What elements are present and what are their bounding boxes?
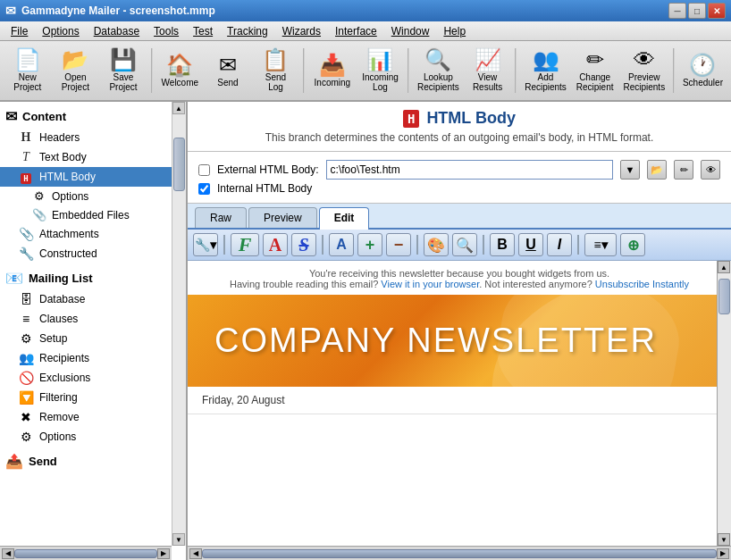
unsubscribe-link[interactable]: Unsubscribe Instantly <box>595 279 689 289</box>
view-results-button[interactable]: 📈 ViewResults <box>466 45 510 96</box>
menu-test[interactable]: Test <box>186 23 220 39</box>
tab-raw[interactable]: Raw <box>195 207 247 228</box>
sidebar-section-content: ✉ Content <box>0 105 186 128</box>
send-button[interactable]: ✉ Send <box>206 45 250 96</box>
preview-recipients-button[interactable]: 👁 PreviewRecipients <box>620 45 668 96</box>
preview-area[interactable]: You're receiving this newsletter because… <box>188 261 731 546</box>
browse-dropdown-button[interactable]: ▼ <box>620 160 640 180</box>
send-log-button[interactable]: 📋 SendLog <box>254 45 298 96</box>
internal-html-checkbox[interactable] <box>198 183 210 195</box>
maximize-button[interactable]: □ <box>688 3 706 19</box>
lookup-recipients-button[interactable]: 🔍 LookupRecipients <box>415 45 462 96</box>
sidebar-vertical-scrollbar[interactable]: ▲ ▼ <box>172 102 186 546</box>
sidebar-item-text-body[interactable]: T Text Body <box>0 147 186 167</box>
add-recipients-button[interactable]: 👥 AddRecipients <box>522 45 569 96</box>
scheduler-label: Scheduler <box>683 78 723 88</box>
underline-button[interactable]: U <box>518 233 543 256</box>
embedded-files-label: Embedded Files <box>52 209 130 221</box>
vscroll-down[interactable]: ▼ <box>718 533 730 546</box>
sidebar-item-html-body[interactable]: H HTML Body <box>0 167 186 187</box>
preview-date-row: Friday, 20 August <box>188 387 731 414</box>
sidebar-scroll-thumb[interactable] <box>173 138 185 191</box>
sidebar-inner: ✉ Content H Headers T Text Body H HTML B… <box>0 102 186 476</box>
sidebar-scroll-up[interactable]: ▲ <box>172 102 185 114</box>
sidebar-item-database[interactable]: 🗄 Database <box>0 289 186 309</box>
filtering-icon: 🔽 <box>18 390 34 405</box>
scheduler-button[interactable]: 🕐 Scheduler <box>680 45 726 96</box>
menu-tools[interactable]: Tools <box>147 23 186 39</box>
vscroll-thumb[interactable] <box>718 279 730 314</box>
content-horizontal-scrollbar[interactable]: ◀ ▶ <box>188 546 731 560</box>
menu-options[interactable]: Options <box>35 23 86 39</box>
hscroll-right[interactable]: ▶ <box>157 548 170 559</box>
new-project-button[interactable]: 📄 NewProject <box>5 45 50 96</box>
browse-button-2[interactable]: ✏ <box>674 160 693 180</box>
sidebar-item-setup[interactable]: ⚙ Setup <box>0 329 186 348</box>
sidebar-item-remove[interactable]: ✖ Remove <box>0 407 186 427</box>
constructed-icon: 🔧 <box>18 247 34 261</box>
magnify-button[interactable]: 🔍 <box>452 233 477 256</box>
sidebar-item-recipients[interactable]: 👥 Recipients <box>0 348 186 368</box>
sidebar-horizontal-scrollbar[interactable]: ◀ ▶ <box>0 546 172 560</box>
welcome-label: Welcome <box>162 78 199 88</box>
sidebar-item-clauses[interactable]: ≡ Clauses <box>0 309 186 329</box>
notice-text: You're receiving this newsletter because… <box>309 268 609 279</box>
sidebar-item-attachments[interactable]: 📎 Attachments <box>0 224 186 244</box>
zoom-out-button[interactable]: − <box>386 233 411 256</box>
font-size-a-button[interactable]: A <box>329 233 354 256</box>
browse-button-1[interactable]: 📂 <box>647 160 667 180</box>
font-s-button[interactable]: S <box>291 233 316 256</box>
bold-button[interactable]: B <box>490 233 515 256</box>
tools-button[interactable]: 🔧▾ <box>193 233 218 256</box>
menu-wizards[interactable]: Wizards <box>275 23 328 39</box>
close-button[interactable]: ✕ <box>708 3 726 19</box>
minimize-button[interactable]: ─ <box>668 3 686 19</box>
tab-edit[interactable]: Edit <box>319 207 370 230</box>
sidebar-item-exclusions[interactable]: 🚫 Exclusions <box>0 368 186 388</box>
preview-vertical-scrollbar[interactable]: ▲ ▼ <box>717 261 731 546</box>
view-in-browser-link[interactable]: View it in your browser <box>381 279 479 289</box>
sidebar-scroll-down[interactable]: ▼ <box>172 533 185 546</box>
font-a-button[interactable]: A <box>263 233 288 256</box>
app-icon: ✉ <box>5 4 16 18</box>
sidebar-item-constructed[interactable]: 🔧 Constructed <box>0 244 186 263</box>
vscroll-up[interactable]: ▲ <box>718 261 730 273</box>
external-html-checkbox[interactable] <box>198 164 210 176</box>
change-recipient-button[interactable]: ✏ ChangeRecipient <box>573 45 618 96</box>
hscroll-thumb[interactable] <box>14 549 157 558</box>
italic-button[interactable]: I <box>547 233 572 256</box>
color-picker-button[interactable]: 🎨 <box>424 233 449 256</box>
menu-interface[interactable]: Interface <box>328 23 384 39</box>
sidebar-item-embedded-files[interactable]: 📎 Embedded Files <box>0 205 186 224</box>
menu-file[interactable]: File <box>4 23 35 39</box>
welcome-icon: 🏠 <box>166 54 193 76</box>
external-html-path-input[interactable] <box>326 160 613 180</box>
internal-html-label: Internal HTML Body <box>217 182 312 195</box>
menu-database[interactable]: Database <box>87 23 147 39</box>
content-hscroll-right[interactable]: ▶ <box>717 548 729 559</box>
incoming-log-button[interactable]: 📊 IncomingLog <box>358 45 403 96</box>
sidebar-item-options[interactable]: ⚙ Options <box>0 187 186 205</box>
sidebar-item-ml-options[interactable]: ⚙ Options <box>0 427 186 447</box>
sidebar-item-headers[interactable]: H Headers <box>0 128 186 147</box>
external-html-option: External HTML Body: ▼ 📂 ✏ 👁 <box>198 160 720 180</box>
newsletter-title: COMPANY NEWSLETTER <box>214 322 657 360</box>
menu-window[interactable]: Window <box>384 23 437 39</box>
tab-preview[interactable]: Preview <box>248 207 317 228</box>
special-button[interactable]: ⊕ <box>620 233 645 256</box>
hscroll-left[interactable]: ◀ <box>2 548 14 559</box>
menu-tracking[interactable]: Tracking <box>220 23 275 39</box>
menu-help[interactable]: Help <box>436 23 473 39</box>
align-button[interactable]: ≡▾ <box>584 233 617 256</box>
welcome-button[interactable]: 🏠 Welcome <box>158 45 203 96</box>
open-project-label: OpenProject <box>62 72 89 92</box>
font-style-button[interactable]: F <box>231 233 259 256</box>
incoming-button[interactable]: 📥 Incoming <box>310 45 355 96</box>
content-hscroll-thumb[interactable] <box>202 549 717 558</box>
sidebar-item-filtering[interactable]: 🔽 Filtering <box>0 388 186 407</box>
open-project-button[interactable]: 📂 OpenProject <box>54 45 98 96</box>
content-hscroll-left[interactable]: ◀ <box>189 548 202 559</box>
browse-button-3[interactable]: 👁 <box>701 160 720 180</box>
save-project-button[interactable]: 💾 SaveProject <box>101 45 146 96</box>
zoom-in-button[interactable]: + <box>357 233 382 256</box>
